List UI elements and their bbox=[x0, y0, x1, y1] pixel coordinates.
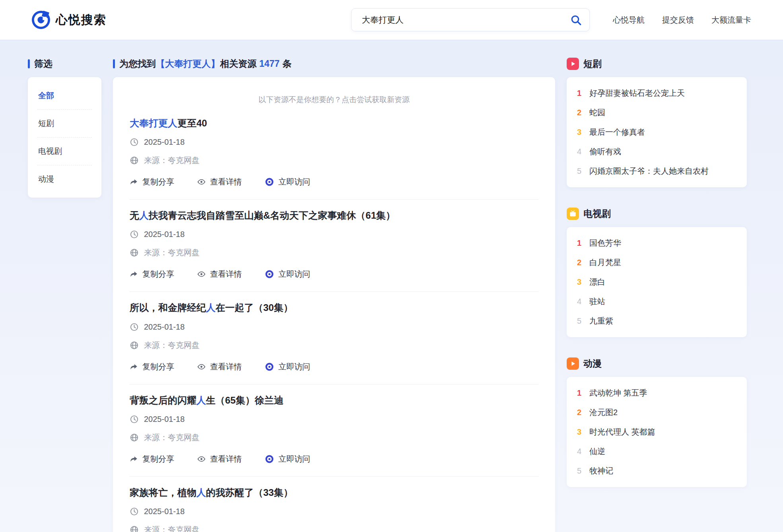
rank-number: 3 bbox=[577, 427, 583, 437]
rank-item[interactable]: 1武动乾坤 第五季 bbox=[577, 383, 736, 403]
rank-item-title: 漂白 bbox=[589, 277, 605, 287]
rank-section: 短剧 1好孕甜妻被钻石老公宠上天2蛇园3最后一个修真者4偷听有戏5闪婚京圈太子爷… bbox=[567, 57, 747, 187]
result-date-row: 2025-01-18 bbox=[130, 138, 538, 147]
view-detail-button[interactable]: 查看详情 bbox=[197, 269, 242, 280]
result-source: 来源：夸克网盘 bbox=[144, 432, 200, 443]
search-input[interactable] bbox=[362, 15, 565, 25]
rank-number: 4 bbox=[577, 297, 583, 306]
rank-item-title: 闪婚京圈太子爷：夫人她来自农村 bbox=[589, 166, 709, 176]
filter-item-4[interactable]: 动漫 bbox=[37, 165, 92, 193]
clock-icon bbox=[130, 322, 139, 332]
visit-button[interactable]: 立即访问 bbox=[265, 269, 310, 280]
visit-target-icon bbox=[265, 362, 274, 371]
rank-number: 2 bbox=[577, 108, 583, 117]
rank-item[interactable]: 3时光代理人 英都篇 bbox=[577, 422, 736, 442]
result-actions: 复制分享 查看详情 立即访问 bbox=[130, 177, 538, 187]
rank-number: 1 bbox=[577, 89, 583, 98]
result-title-post: 生（65集）徐兰迪 bbox=[206, 395, 284, 406]
nav-link-navigation[interactable]: 心悦导航 bbox=[613, 15, 645, 25]
result-title[interactable]: 家族将亡，植物人的我苏醒了（33集） bbox=[130, 486, 538, 499]
rank-item[interactable]: 2沧元图2 bbox=[577, 403, 736, 422]
result-title-highlight: 人 bbox=[139, 210, 149, 221]
result-title[interactable]: 背叛之后的闪耀人生（65集）徐兰迪 bbox=[130, 394, 538, 406]
result-title[interactable]: 所以，和金牌经纪人在一起了（30集） bbox=[130, 301, 538, 314]
search-icon[interactable] bbox=[570, 14, 582, 26]
visit-label: 立即访问 bbox=[278, 454, 310, 464]
brand-logo-icon bbox=[32, 11, 50, 29]
rank-section-title: 短剧 bbox=[583, 58, 602, 70]
rank-item[interactable]: 1好孕甜妻被钻石老公宠上天 bbox=[577, 83, 736, 103]
copy-share-button[interactable]: 复制分享 bbox=[130, 177, 174, 187]
rank-item-title: 国色芳华 bbox=[589, 238, 621, 248]
nav-link-feedback[interactable]: 提交反馈 bbox=[662, 15, 694, 25]
refresh-notice[interactable]: 以下资源不是你想要的？点击尝试获取新资源 bbox=[130, 89, 538, 107]
page-body: 筛选 全部短剧电视剧动漫 为您找到【大奉打更人】相关资源1477条 以下资源不是… bbox=[0, 40, 783, 532]
result-item: 所以，和金牌经纪人在一起了（30集） 2025-01-18 来源：夸克网盘 复制… bbox=[130, 292, 538, 384]
clock-icon bbox=[130, 138, 139, 147]
filter-header: 筛选 bbox=[28, 57, 101, 70]
visit-button[interactable]: 立即访问 bbox=[265, 454, 310, 464]
anime-play-icon bbox=[567, 357, 579, 370]
rank-number: 3 bbox=[577, 128, 583, 137]
rank-item[interactable]: 2蛇园 bbox=[577, 103, 736, 122]
filter-item-3[interactable]: 电视剧 bbox=[37, 138, 92, 165]
rank-item[interactable]: 3最后一个修真者 bbox=[577, 122, 736, 142]
search-box[interactable] bbox=[351, 8, 590, 31]
result-source-row: 来源：夸克网盘 bbox=[130, 340, 538, 351]
view-detail-button[interactable]: 查看详情 bbox=[197, 361, 242, 372]
filter-item-2[interactable]: 短剧 bbox=[37, 110, 92, 138]
rank-card: 1国色芳华2白月梵星3漂白4驻站5九重紫 bbox=[567, 227, 747, 337]
visit-button[interactable]: 立即访问 bbox=[265, 361, 310, 372]
result-item: 背叛之后的闪耀人生（65集）徐兰迪 2025-01-18 来源：夸克网盘 复制分… bbox=[130, 384, 538, 477]
rank-card: 1好孕甜妻被钻石老公宠上天2蛇园3最后一个修真者4偷听有戏5闪婚京圈太子爷：夫人… bbox=[567, 77, 747, 187]
rank-number: 2 bbox=[577, 408, 583, 417]
rank-number: 5 bbox=[577, 466, 583, 476]
rank-section-header: 动漫 bbox=[567, 357, 747, 370]
rank-item[interactable]: 5牧神记 bbox=[577, 461, 736, 481]
result-source: 来源：夸克网盘 bbox=[144, 155, 200, 166]
rank-item-title: 牧神记 bbox=[589, 466, 613, 476]
rank-item-title: 沧元图2 bbox=[589, 408, 618, 417]
copy-share-button[interactable]: 复制分享 bbox=[130, 454, 174, 464]
rank-item[interactable]: 4驻站 bbox=[577, 292, 736, 311]
filter-item-1[interactable]: 全部 bbox=[37, 82, 92, 110]
rank-item[interactable]: 4偷听有戏 bbox=[577, 142, 736, 161]
rank-item-title: 时光代理人 英都篇 bbox=[589, 427, 655, 437]
view-detail-button[interactable]: 查看详情 bbox=[197, 454, 242, 464]
rank-number: 5 bbox=[577, 316, 583, 326]
result-title-pre: 家族将亡，植物 bbox=[130, 487, 196, 498]
rank-item[interactable]: 4仙逆 bbox=[577, 442, 736, 461]
globe-icon bbox=[130, 341, 139, 350]
rank-item[interactable]: 3漂白 bbox=[577, 272, 736, 292]
globe-icon bbox=[130, 156, 139, 165]
header: 心悦搜索 心悦导航 提交反馈 大额流量卡 bbox=[0, 0, 783, 40]
result-date: 2025-01-18 bbox=[144, 322, 185, 332]
rank-item[interactable]: 5九重紫 bbox=[577, 311, 736, 331]
nav-link-data-plan[interactable]: 大额流量卡 bbox=[711, 15, 751, 25]
result-title[interactable]: 大奉打更人更至40 bbox=[130, 117, 538, 129]
copy-share-button[interactable]: 复制分享 bbox=[130, 269, 174, 280]
rank-item-title: 好孕甜妻被钻石老公宠上天 bbox=[589, 88, 685, 98]
result-actions: 复制分享 查看详情 立即访问 bbox=[130, 361, 538, 372]
result-title-pre: 无 bbox=[130, 210, 139, 221]
result-date: 2025-01-18 bbox=[144, 507, 185, 516]
visit-label: 立即访问 bbox=[278, 361, 310, 372]
result-source-row: 来源：夸克网盘 bbox=[130, 432, 538, 443]
visit-target-icon bbox=[265, 177, 274, 186]
result-date-row: 2025-01-18 bbox=[130, 507, 538, 516]
view-detail-button[interactable]: 查看详情 bbox=[197, 177, 242, 187]
share-label: 复制分享 bbox=[142, 454, 174, 464]
share-label: 复制分享 bbox=[142, 269, 174, 280]
result-title[interactable]: 无人扶我青云志我自踏雪至山巅&名动天下之家事难休（61集） bbox=[130, 209, 538, 221]
copy-share-button[interactable]: 复制分享 bbox=[130, 361, 174, 372]
result-title-post: 扶我青云志我自踏雪至山巅&名动天下之家事难休（61集） bbox=[149, 210, 395, 221]
filter-title: 筛选 bbox=[34, 58, 52, 70]
detail-label: 查看详情 bbox=[210, 361, 242, 372]
rank-item[interactable]: 2白月梵星 bbox=[577, 253, 736, 272]
rank-item[interactable]: 5闪婚京圈太子爷：夫人她来自农村 bbox=[577, 161, 736, 181]
rank-item[interactable]: 1国色芳华 bbox=[577, 233, 736, 253]
visit-button[interactable]: 立即访问 bbox=[265, 177, 310, 187]
globe-icon bbox=[130, 433, 139, 442]
visit-label: 立即访问 bbox=[278, 269, 310, 280]
result-item: 无人扶我青云志我自踏雪至山巅&名动天下之家事难休（61集） 2025-01-18… bbox=[130, 200, 538, 292]
